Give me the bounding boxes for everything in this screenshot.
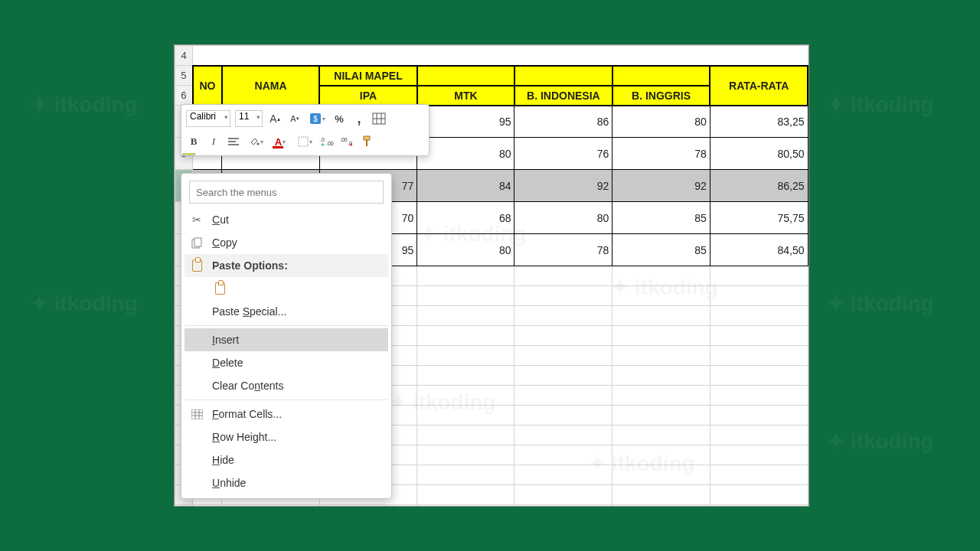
- menu-label: Clear Contents: [212, 380, 283, 392]
- col-ipa: IPA: [319, 86, 417, 106]
- row-header[interactable]: 5: [175, 66, 193, 86]
- bold-icon[interactable]: B: [186, 134, 201, 149]
- borders-icon[interactable]: [295, 134, 315, 149]
- svg-point-9: [256, 143, 259, 145]
- menu-format-cells[interactable]: Format Cells...: [185, 403, 388, 425]
- menu-cut[interactable]: ✂ Cut: [185, 208, 388, 231]
- menu-label: Format Cells...: [212, 408, 282, 420]
- italic-icon[interactable]: I: [206, 134, 221, 149]
- menu-search-input[interactable]: [189, 181, 384, 204]
- cell[interactable]: 75,75: [710, 202, 808, 234]
- menu-separator: [185, 325, 388, 326]
- menu-clear-contents[interactable]: Clear Contents: [185, 374, 388, 397]
- menu-separator: [185, 399, 388, 400]
- menu-paste-special[interactable]: Paste Special...: [185, 300, 388, 323]
- clipboard-icon: [212, 282, 227, 295]
- svg-rect-10: [299, 137, 308, 146]
- svg-rect-15: [364, 136, 370, 140]
- cell[interactable]: 92: [612, 170, 710, 202]
- menu-label: Row Height...: [212, 431, 276, 443]
- cell[interactable]: 92: [514, 170, 612, 202]
- menu-label: Copy: [212, 236, 237, 249]
- menu-label: Paste Special...: [212, 305, 286, 318]
- percent-icon[interactable]: %: [332, 111, 347, 126]
- increase-decimal-icon[interactable]: .0.00: [319, 134, 335, 149]
- comma-icon[interactable]: ,: [351, 111, 367, 126]
- menu-copy[interactable]: Copy: [185, 231, 388, 254]
- menu-row-height[interactable]: Row Height...: [185, 425, 388, 448]
- menu-insert[interactable]: Insert: [185, 328, 388, 351]
- cell[interactable]: 78: [514, 234, 612, 266]
- cell[interactable]: 85: [612, 202, 710, 234]
- svg-rect-18: [194, 238, 201, 246]
- col-mtk: MTK: [417, 86, 514, 106]
- cell[interactable]: 86,25: [710, 170, 808, 202]
- menu-hide[interactable]: Hide: [185, 448, 388, 471]
- merge-center-icon[interactable]: [371, 111, 387, 126]
- menu-label: Hide: [212, 454, 234, 466]
- cell[interactable]: 68: [417, 202, 514, 234]
- cell[interactable]: 83,25: [710, 106, 808, 138]
- accounting-format-icon[interactable]: $: [307, 111, 327, 126]
- cell[interactable]: 80: [417, 234, 514, 266]
- cell[interactable]: 80: [612, 106, 710, 138]
- cell[interactable]: 85: [612, 234, 710, 266]
- fill-color-icon[interactable]: [246, 134, 266, 149]
- cell[interactable]: 84: [417, 170, 514, 202]
- context-menu: ✂ Cut Copy Paste Options: Paste Special.…: [181, 173, 392, 499]
- cut-icon: ✂: [189, 214, 204, 226]
- svg-rect-16: [366, 140, 368, 146]
- cell[interactable]: 80,50: [710, 138, 808, 170]
- decrease-decimal-icon[interactable]: .00.0: [339, 134, 354, 149]
- menu-unhide[interactable]: Unhide: [185, 471, 388, 494]
- menu-label: Delete: [212, 357, 243, 369]
- col-nilai-mapel: NILAI MAPEL: [319, 66, 417, 86]
- cell[interactable]: 78: [612, 138, 710, 170]
- menu-delete[interactable]: Delete: [185, 351, 388, 374]
- col-bindo: B. INDONESIA: [514, 86, 612, 106]
- cell[interactable]: 80: [514, 202, 612, 234]
- cell[interactable]: 76: [514, 138, 612, 170]
- menu-paste-options-header: Paste Options:: [185, 254, 388, 277]
- svg-text:.0: .0: [320, 137, 325, 142]
- cell[interactable]: 80: [417, 138, 514, 170]
- menu-search[interactable]: [189, 181, 384, 204]
- menu-label: Cut: [212, 214, 229, 226]
- format-painter-icon[interactable]: [359, 134, 374, 149]
- svg-text:.00: .00: [326, 141, 334, 146]
- menu-label: Paste Options:: [212, 259, 288, 272]
- font-color-icon[interactable]: A: [270, 134, 290, 149]
- row-header[interactable]: 6: [175, 86, 193, 106]
- col-bing: B. INGGRIS: [612, 86, 710, 106]
- decrease-font-icon[interactable]: A▾: [287, 111, 302, 126]
- cell[interactable]: 86: [514, 106, 612, 138]
- menu-paste-default[interactable]: [185, 277, 388, 300]
- font-name-select[interactable]: Calibri: [186, 110, 230, 127]
- format-cells-icon: [189, 409, 204, 419]
- paste-icon: [189, 259, 204, 272]
- cell[interactable]: 95: [417, 106, 514, 138]
- row-header[interactable]: 2: [175, 505, 193, 507]
- svg-text:$: $: [313, 115, 318, 123]
- menu-label: Insert: [212, 334, 239, 346]
- align-icon[interactable]: [226, 134, 241, 149]
- menu-label: Unhide: [212, 477, 246, 489]
- copy-icon: [189, 237, 204, 249]
- col-rata: RATA-RATA: [710, 66, 808, 106]
- cell[interactable]: 84,50: [710, 234, 808, 266]
- font-size-select[interactable]: 11: [235, 110, 263, 127]
- svg-rect-19: [191, 409, 203, 419]
- row-header[interactable]: 4: [175, 46, 193, 66]
- svg-text:.00: .00: [340, 137, 348, 142]
- mini-toolbar: Calibri 11 A▴ A▾ $ % , B I A .0.00: [181, 104, 430, 156]
- increase-font-icon[interactable]: A▴: [267, 111, 283, 126]
- col-nama: NAMA: [222, 66, 319, 106]
- col-no: NO: [193, 66, 222, 106]
